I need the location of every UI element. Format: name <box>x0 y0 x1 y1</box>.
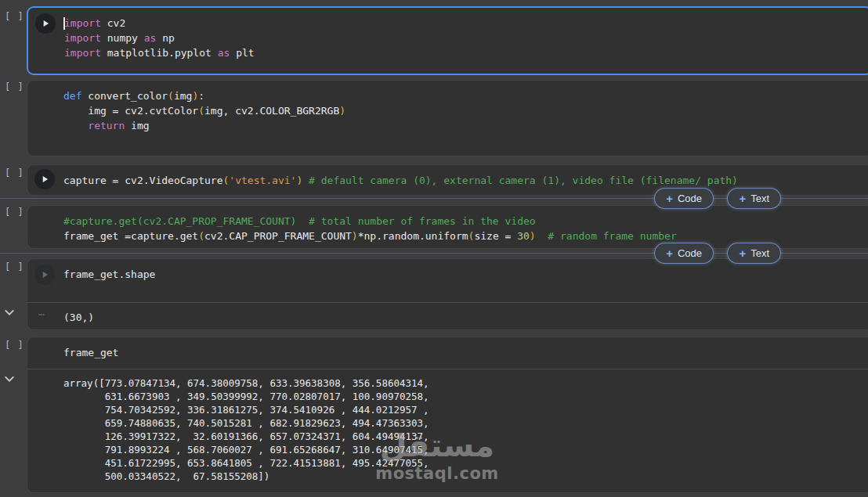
plus-icon: + <box>666 192 673 205</box>
cell-state-indicator: [ ] <box>5 167 24 178</box>
run-cell-button[interactable] <box>35 13 56 34</box>
plus-icon: + <box>739 192 746 205</box>
code-line: frame_get <box>63 345 866 360</box>
cell-state-indicator: [ ] <box>5 340 24 351</box>
code-editor[interactable]: import cv2import numpy as npimport matpl… <box>28 8 868 60</box>
plus-icon: + <box>666 247 673 260</box>
code-line: import matplotlib.pyplot as plt <box>64 45 865 60</box>
code-line: #capture.get(cv2.CAP_PROP_FRAME_COUNT) #… <box>63 214 866 229</box>
code-editor[interactable]: #capture.get(cv2.CAP_PROP_FRAME_COUNT) #… <box>27 206 868 243</box>
add-text-button[interactable]: + Text <box>727 188 781 209</box>
cell-output: (30,) <box>27 303 868 325</box>
add-text-label: Text <box>750 193 769 204</box>
cell-state-indicator: [ ] <box>5 207 24 218</box>
code-line: import cv2 <box>64 16 865 31</box>
code-line: import numpy as np <box>64 31 865 45</box>
add-code-label: Code <box>678 193 702 204</box>
code-line: frame_get.shape <box>63 267 866 282</box>
code-editor[interactable]: def convert_color(img): img = cv2.cvtCol… <box>27 81 868 148</box>
code-editor[interactable]: frame_get.shape <box>27 259 868 302</box>
add-code-button[interactable]: + Code <box>654 188 714 209</box>
cell-state-indicator: [ ] <box>5 81 24 92</box>
code-editor[interactable]: frame_get <box>27 337 868 369</box>
add-text-label: Text <box>750 247 769 259</box>
code-cell[interactable]: frame_get array([773.07847134, 674.38009… <box>27 337 868 493</box>
code-cell[interactable]: import cv2import numpy as npimport matpl… <box>27 6 868 75</box>
add-code-label: Code <box>678 247 702 259</box>
plus-icon: + <box>739 247 746 260</box>
code-line: def convert_color(img): <box>63 88 866 103</box>
notebook-canvas: [ ] [ ] [ ] [ ] [ ] [ ] import cv2import… <box>0 0 868 497</box>
cell-state-indicator: [ ] <box>5 11 24 22</box>
run-cell-button[interactable] <box>34 169 55 189</box>
play-icon <box>39 269 50 280</box>
code-line: frame_get =capture.get(cv2.CAP_PROP_FRAM… <box>63 229 866 243</box>
play-icon <box>40 18 51 29</box>
collapse-output-icon[interactable] <box>3 373 16 385</box>
code-line: return img <box>63 118 866 133</box>
run-cell-button[interactable] <box>34 265 55 285</box>
code-editor[interactable]: capture = cv2.VideoCapture('vtest.avi') … <box>27 165 868 188</box>
add-code-button[interactable]: + Code <box>654 243 714 264</box>
code-line: capture = cv2.VideoCapture('vtest.avi') … <box>63 173 866 188</box>
code-line <box>63 133 866 148</box>
cell-state-indicator: [ ] <box>5 261 24 272</box>
play-icon <box>39 174 50 185</box>
cell-output: array([773.07847134, 674.38009758, 633.3… <box>27 369 868 483</box>
code-line: img = cv2.cvtColor(img, cv2.COLOR_BGR2RG… <box>63 103 866 118</box>
code-cell[interactable]: def convert_color(img): img = cv2.cvtCol… <box>27 80 868 157</box>
code-cell[interactable]: frame_get.shape ⋯ (30,) <box>27 258 868 330</box>
collapse-output-icon[interactable] <box>3 306 16 319</box>
text-cursor <box>63 17 65 30</box>
add-text-button[interactable]: + Text <box>727 243 781 264</box>
